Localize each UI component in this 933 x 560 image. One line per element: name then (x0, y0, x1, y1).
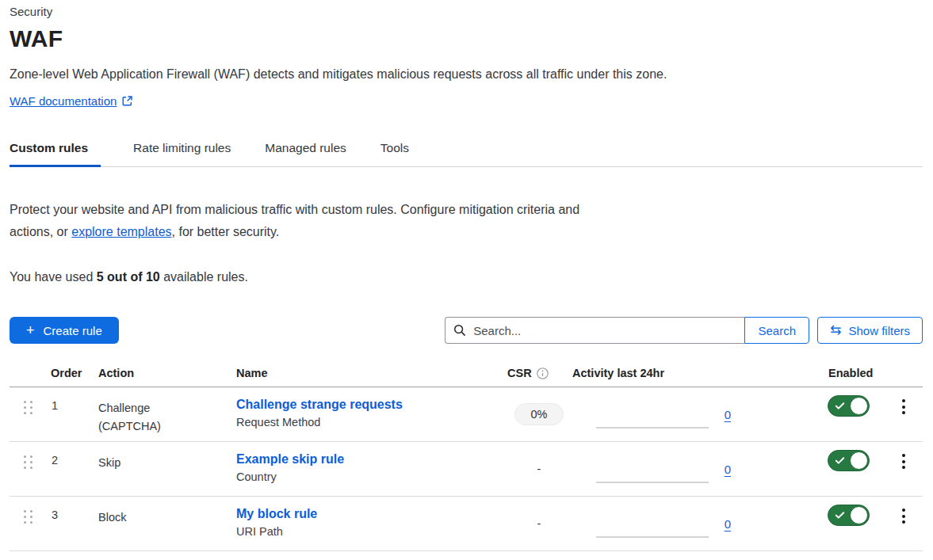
activity-count-link[interactable]: 0 (725, 517, 731, 531)
info-icon[interactable] (537, 368, 549, 379)
check-icon (835, 510, 845, 520)
tab-rate-limiting-rules[interactable]: Rate limiting rules (133, 132, 232, 167)
enabled-toggle[interactable] (828, 505, 870, 526)
row-menu-button[interactable] (897, 396, 910, 417)
search-input[interactable] (445, 317, 744, 344)
csr-header-label: CSR (507, 367, 532, 379)
tab-label: Rate limiting rules (133, 141, 231, 154)
check-icon (835, 455, 845, 466)
column-header-order: Order (51, 367, 98, 379)
rule-field: URI Path (236, 525, 506, 538)
table-body: 1 Challenge (CAPTCHA) Challenge strange … (10, 387, 923, 551)
rule-action: Skip (98, 442, 236, 496)
tabs: Custom rules Rate limiting rules Managed… (10, 132, 923, 167)
row-spacer (744, 497, 816, 550)
search-button[interactable]: Search (744, 317, 809, 344)
enabled-cell (816, 387, 896, 441)
rule-order: 3 (51, 497, 98, 550)
rule-name-link[interactable]: Challenge strange requests (236, 398, 403, 411)
tab-tools[interactable]: Tools (380, 132, 411, 167)
enabled-toggle[interactable] (828, 395, 870, 417)
search-area: Search ⇆ Show filters (445, 317, 923, 344)
csr-cell: 0% (506, 387, 572, 441)
page-description: Zone-level Web Application Firewall (WAF… (10, 67, 923, 82)
rule-action: Challenge (CAPTCHA) (98, 387, 236, 441)
table-row: 3 Block My block rule URI Path - 0 (10, 497, 923, 551)
usage-prefix: You have used (10, 270, 97, 284)
column-header-action: Action (98, 367, 236, 379)
row-menu-button[interactable] (897, 505, 910, 527)
column-header-enabled: Enabled (816, 367, 896, 379)
external-link-icon (122, 96, 132, 106)
usage-suffix: available rules. (160, 270, 248, 284)
rule-name-link[interactable]: Example skip rule (236, 452, 344, 466)
waf-page: Security WAF Zone-level Web Application … (0, 0, 933, 551)
check-icon (835, 401, 845, 411)
tab-custom-rules[interactable]: Custom rules (10, 132, 101, 167)
activity-sparkline (596, 536, 709, 538)
column-header-name: Name (236, 367, 506, 379)
waf-documentation-link[interactable]: WAF documentation (10, 94, 132, 108)
toolbar: + Create rule Search ⇆ Show filters (10, 317, 923, 344)
column-header-activity: Activity last 24hr (572, 367, 744, 379)
drag-handle-icon[interactable] (24, 510, 33, 524)
rule-field: Country (236, 470, 506, 483)
intro-text: Protect your website and API from malici… (10, 199, 592, 243)
toggle-knob (850, 451, 868, 470)
tab-label: Tools (380, 141, 409, 154)
plus-icon: + (26, 323, 35, 337)
breadcrumb-security: Security (10, 5, 923, 18)
rule-order: 1 (51, 387, 98, 441)
csr-value: 0% (514, 403, 564, 425)
search-icon (453, 324, 466, 337)
rule-order: 2 (51, 442, 98, 496)
tab-label: Managed rules (265, 141, 346, 154)
table-header-row: Order Action Name CSR Activity last 24hr… (10, 364, 923, 387)
usage-summary: You have used 5 out of 10 available rule… (10, 270, 923, 284)
row-spacer (744, 442, 816, 496)
activity-cell: 0 (572, 442, 744, 496)
activity-sparkline (596, 482, 709, 483)
csr-value: - (537, 517, 541, 530)
enabled-toggle[interactable] (828, 450, 870, 471)
drag-handle-icon[interactable] (24, 401, 33, 414)
waf-documentation-link-label: WAF documentation (10, 94, 117, 108)
create-rule-button[interactable]: + Create rule (10, 317, 119, 344)
tab-managed-rules[interactable]: Managed rules (265, 132, 348, 167)
usage-count: 5 out of 10 (97, 270, 160, 284)
csr-cell: - (506, 497, 572, 550)
csr-cell: - (506, 442, 572, 496)
column-header-csr: CSR (506, 367, 572, 379)
table-row: 2 Skip Example skip rule Country - 0 (10, 442, 923, 497)
rule-field: Request Method (236, 416, 506, 429)
activity-cell: 0 (572, 387, 744, 441)
rule-name-link[interactable]: My block rule (236, 507, 317, 520)
explore-templates-link[interactable]: explore templates (71, 225, 171, 238)
rule-action: Block (98, 497, 236, 550)
header-handle-spacer (10, 367, 51, 379)
toggle-knob (850, 397, 868, 415)
toggle-knob (850, 506, 868, 524)
enabled-cell (816, 497, 896, 550)
swap-arrows-icon: ⇆ (830, 323, 841, 337)
intro-text-after: , for better security. (172, 225, 280, 238)
row-spacer (744, 387, 816, 441)
header-menu-spacer (896, 367, 923, 379)
activity-sparkline (596, 427, 709, 429)
activity-count-link[interactable]: 0 (725, 408, 731, 421)
activity-cell: 0 (572, 497, 744, 550)
rule-name-cell: My block rule URI Path (236, 497, 506, 550)
show-filters-label: Show filters (848, 324, 910, 337)
rules-table: Order Action Name CSR Activity last 24hr… (10, 364, 923, 551)
drag-handle-icon[interactable] (24, 455, 33, 469)
csr-value: - (537, 463, 541, 475)
enabled-cell (816, 442, 896, 496)
show-filters-button[interactable]: ⇆ Show filters (817, 317, 923, 344)
rule-name-cell: Challenge strange requests Request Metho… (236, 387, 506, 441)
header-spacer (744, 367, 816, 379)
create-rule-label: Create rule (44, 324, 102, 337)
row-menu-button[interactable] (897, 451, 910, 472)
activity-count-link[interactable]: 0 (725, 463, 731, 476)
tab-label: Custom rules (10, 141, 88, 154)
rule-name-cell: Example skip rule Country (236, 442, 506, 496)
